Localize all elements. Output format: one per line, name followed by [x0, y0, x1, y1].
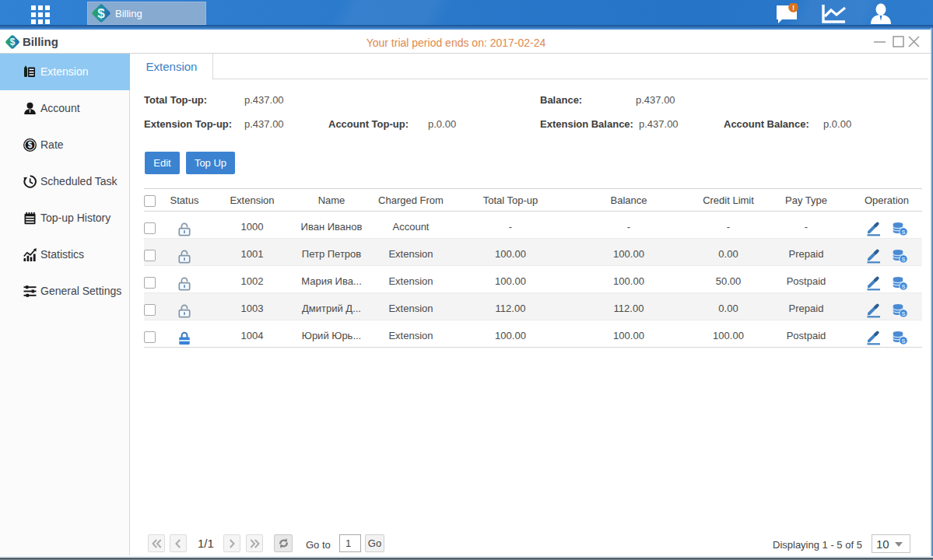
svg-text:S: S: [901, 337, 905, 344]
svg-text:S: S: [901, 255, 905, 262]
svg-text:!: !: [792, 3, 794, 12]
svg-text:S: S: [901, 310, 905, 317]
svg-text:S: S: [901, 228, 905, 235]
svg-text:$: $: [28, 141, 33, 149]
svg-text:S: S: [901, 282, 905, 289]
